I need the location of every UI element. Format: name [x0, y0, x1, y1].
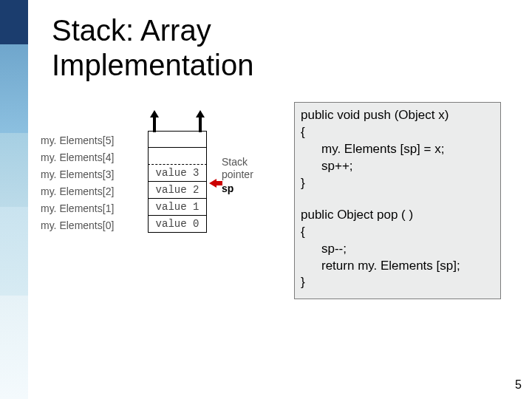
cell-2: value 2 — [148, 182, 207, 199]
pop-line-2: return my. Elements [sp]; — [301, 258, 494, 275]
sp-word-1: Stack — [222, 156, 253, 168]
push-line-1: my. Elements [sp] = x; — [301, 141, 494, 158]
label-3: my. Elements[3] — [41, 166, 114, 183]
stack-cells: value 3 value 2 value 1 value 0 — [148, 131, 207, 233]
label-2: my. Elements[2] — [41, 183, 114, 200]
arrow-up-icon — [196, 110, 205, 132]
arrow-up-icon — [150, 110, 159, 132]
stack-pointer-label: Stack pointer sp — [222, 156, 253, 194]
array-index-labels: my. Elements[5] my. Elements[4] my. Elem… — [41, 132, 114, 234]
cell-5 — [148, 131, 207, 148]
cell-1: value 1 — [148, 199, 207, 216]
page-number: 5 — [515, 378, 522, 392]
arrow-left-icon — [209, 177, 222, 186]
pop-open: { — [301, 225, 305, 239]
push-close: } — [301, 176, 305, 190]
sp-word-2: pointer — [222, 168, 253, 181]
slide: Stack: Array Implementation my. Elements… — [0, 0, 532, 399]
push-line-2: sp++; — [301, 158, 494, 175]
cell-3: value 3 — [148, 165, 207, 182]
code-box: public void push (Object x) { my. Elemen… — [294, 102, 501, 299]
label-0: my. Elements[0] — [41, 217, 114, 234]
stack-diagram: my. Elements[5] my. Elements[4] my. Elem… — [41, 107, 288, 248]
label-5: my. Elements[5] — [41, 132, 114, 149]
pop-line-1: sp--; — [301, 241, 494, 258]
cell-0: value 0 — [148, 216, 207, 233]
title-line-1: Stack: Array Implementation — [52, 14, 253, 81]
push-open: { — [301, 125, 305, 139]
push-sig: public void push (Object x) — [301, 108, 449, 122]
cell-4 — [148, 148, 207, 165]
pop-sig: public Object pop ( ) — [301, 208, 413, 222]
label-4: my. Elements[4] — [41, 149, 114, 166]
pop-method: public Object pop ( ) { sp--; return my.… — [301, 207, 494, 292]
slide-title: Stack: Array Implementation — [52, 13, 253, 83]
sp-name: sp — [222, 183, 253, 195]
label-1: my. Elements[1] — [41, 200, 114, 217]
pop-close: } — [301, 275, 305, 289]
sidebar-decoration — [0, 0, 28, 399]
push-method: public void push (Object x) { my. Elemen… — [301, 107, 494, 192]
